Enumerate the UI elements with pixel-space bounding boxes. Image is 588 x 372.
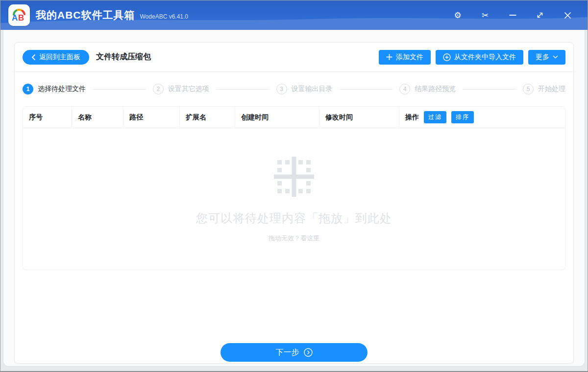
abc-logo-icon: A B	[10, 6, 28, 24]
step-3-output-dir[interactable]: 3 设置输出目录	[276, 84, 333, 94]
settings-gear-icon[interactable]: ⚙	[452, 10, 463, 21]
add-files-button[interactable]: 添加文件	[379, 50, 431, 65]
column-header-index: 序号	[23, 107, 72, 128]
column-header-modified: 修改时间	[319, 107, 399, 128]
step-5-circle: 5	[523, 84, 534, 94]
step-4-result-preview[interactable]: 4 结果路径预览	[399, 84, 456, 94]
circle-arrow-right-icon	[304, 348, 313, 357]
next-step-button[interactable]: 下一步	[220, 343, 368, 362]
step-3-circle: 3	[276, 84, 287, 94]
back-to-dashboard-button[interactable]: 返回到主面板	[23, 50, 89, 65]
page-title: 文件转成压缩包	[96, 52, 151, 62]
drop-zone-text: 您可以将待处理内容「拖放」到此处	[196, 210, 392, 226]
step-4-label: 结果路径预览	[415, 85, 456, 93]
step-5-start[interactable]: 5 开始处理	[523, 84, 565, 94]
table-header: 序号 名称 路径 扩展名 创建时间 修改时间 操作 过滤 排序	[23, 107, 565, 128]
next-step-label: 下一步	[276, 348, 299, 358]
resize-icon[interactable]	[535, 10, 545, 21]
column-header-extension: 扩展名	[180, 107, 235, 128]
drag-help-link[interactable]: 拖动无效？看这里	[269, 234, 319, 243]
chevron-left-icon	[31, 54, 36, 61]
footer-row: 下一步	[15, 270, 573, 363]
step-1-circle: 1	[23, 84, 33, 94]
column-header-created: 创建时间	[235, 107, 319, 128]
more-button[interactable]: 更多	[528, 50, 565, 65]
chevron-down-icon	[553, 55, 558, 59]
scissors-icon[interactable]: ✂	[480, 10, 490, 21]
main-panel: 返回到主面板 文件转成压缩包 添加文件	[3, 30, 585, 366]
import-from-folder-button[interactable]: 从文件夹中导入文件	[436, 50, 523, 65]
toolbar: 返回到主面板 文件转成压缩包 添加文件	[15, 43, 573, 72]
step-indicator: 1 选择待处理文件 2 设置其它选项 3 设置输出目录 4 结果路径预览	[15, 72, 573, 106]
column-header-name: 名称	[72, 107, 123, 128]
app-version: WodeABC v6.41.0	[140, 13, 189, 20]
step-2-options[interactable]: 2 设置其它选项	[153, 84, 209, 94]
content-card: 返回到主面板 文件转成压缩包 添加文件	[14, 42, 574, 364]
step-1-select-files[interactable]: 1 选择待处理文件	[23, 84, 86, 94]
drag-drop-placeholder-icon	[273, 156, 315, 198]
step-connector	[340, 89, 393, 90]
more-label: 更多	[536, 53, 549, 62]
app-logo: A B	[8, 4, 30, 26]
svg-text:A: A	[12, 13, 18, 23]
titlebar: A B 我的ABC软件工具箱 WodeABC v6.41.0 ⚙ ✂	[0, 0, 588, 30]
column-header-operations: 操作 过滤 排序	[399, 107, 565, 128]
app-window: A B 我的ABC软件工具箱 WodeABC v6.41.0 ⚙ ✂	[0, 0, 588, 372]
step-connector	[93, 89, 146, 90]
plus-icon	[386, 54, 392, 60]
add-files-label: 添加文件	[396, 53, 423, 62]
drop-zone[interactable]: 您可以将待处理内容「拖放」到此处 拖动无效？看这里	[23, 128, 565, 270]
step-5-label: 开始处理	[538, 85, 565, 93]
circle-plus-icon	[443, 53, 451, 61]
app-title: 我的ABC软件工具箱	[36, 8, 135, 22]
back-button-label: 返回到主面板	[39, 53, 80, 62]
step-1-label: 选择待处理文件	[38, 85, 86, 93]
filter-button[interactable]: 过滤	[424, 111, 446, 123]
operations-label: 操作	[405, 113, 419, 122]
toolbar-actions: 添加文件 从文件夹中导入文件 更多	[379, 50, 565, 65]
close-icon[interactable]	[562, 10, 573, 21]
sort-button[interactable]: 排序	[451, 111, 474, 123]
file-table: 序号 名称 路径 扩展名 创建时间 修改时间 操作 过滤 排序	[23, 106, 565, 270]
column-header-path: 路径	[123, 107, 180, 128]
step-2-circle: 2	[153, 84, 164, 94]
window-controls: ⚙ ✂	[452, 10, 580, 21]
svg-text:B: B	[18, 13, 24, 23]
step-3-label: 设置输出目录	[292, 85, 333, 93]
step-connector	[463, 89, 516, 90]
import-from-folder-label: 从文件夹中导入文件	[454, 53, 516, 62]
step-2-label: 设置其它选项	[168, 85, 209, 93]
step-connector	[216, 89, 270, 90]
minimize-icon[interactable]	[507, 10, 518, 21]
step-4-circle: 4	[399, 84, 410, 94]
